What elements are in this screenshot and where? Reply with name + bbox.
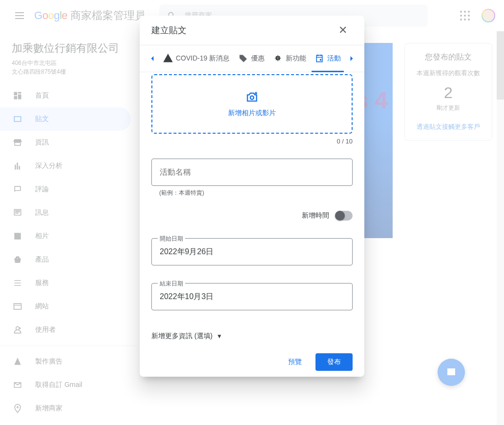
new-icon: [273, 54, 283, 63]
tabs-scroll-right[interactable]: [345, 54, 358, 63]
event-name-hint: (範例：本週特賣): [151, 189, 353, 197]
start-date-label: 開始日期: [158, 235, 185, 243]
tab-offer[interactable]: 優惠: [238, 45, 265, 72]
tab-label: 優惠: [251, 54, 265, 63]
add-time-row: 新增時間: [151, 211, 353, 221]
svg-point-1: [251, 96, 254, 100]
dialog-title: 建立貼文: [151, 24, 187, 36]
tag-icon: [238, 54, 248, 63]
event-name-input[interactable]: [160, 168, 344, 177]
create-post-dialog: 建立貼文 ✕ COVID-19 新消息 優惠 新功能 活動 新增相片或影片 0 …: [140, 16, 364, 277]
upload-label: 新增相片或影片: [228, 109, 276, 118]
upload-count: 0 / 10: [151, 138, 353, 145]
add-media-button[interactable]: 新增相片或影片: [151, 74, 353, 134]
add-time-toggle[interactable]: [335, 211, 353, 221]
camera-plus-icon: [245, 90, 259, 104]
close-icon: ✕: [338, 24, 347, 37]
chevron-right-icon: [347, 54, 357, 63]
add-time-label: 新增時間: [302, 211, 329, 220]
event-name-field[interactable]: [151, 159, 353, 186]
tab-whatsnew[interactable]: 新功能: [273, 45, 306, 72]
tab-event[interactable]: 活動: [315, 45, 341, 72]
calendar-icon: [315, 54, 324, 63]
svg-rect-0: [320, 59, 321, 61]
close-button[interactable]: ✕: [333, 20, 353, 40]
chevron-left-icon: [147, 54, 157, 63]
start-date-field[interactable]: 開始日期 2022年9月26日: [151, 238, 353, 265]
tab-label: COVID-19 新消息: [176, 54, 230, 63]
tabs-scroll-left[interactable]: [146, 54, 159, 63]
post-type-tabs: COVID-19 新消息 優惠 新功能 活動: [140, 45, 364, 72]
start-date-value: 2022年9月26日: [160, 247, 213, 257]
warning-icon: [163, 54, 173, 63]
tab-covid[interactable]: COVID-19 新消息: [163, 45, 230, 72]
dialog-body: 新增相片或影片 0 / 10 (範例：本週特賣) 新增時間 開始日期 2022年…: [140, 72, 364, 277]
tab-label: 新功能: [286, 54, 306, 63]
tab-label: 活動: [327, 54, 341, 63]
dialog-header: 建立貼文 ✕: [140, 16, 364, 45]
